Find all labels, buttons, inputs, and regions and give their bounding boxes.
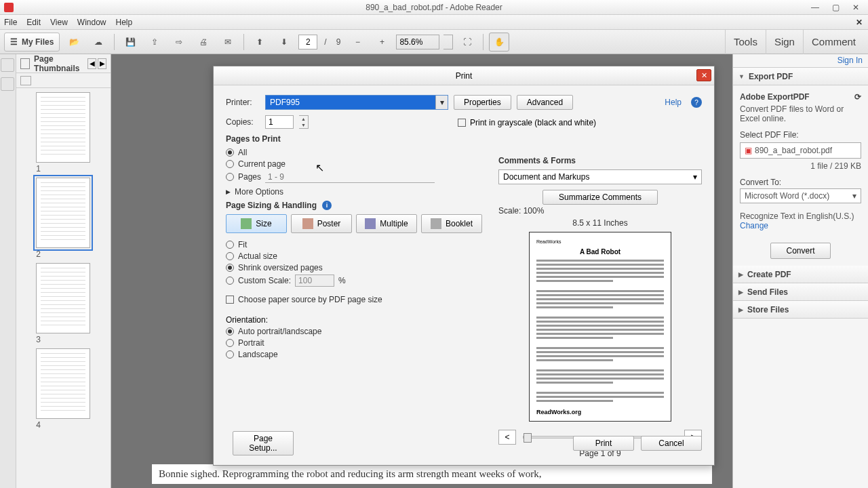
paper-dimensions: 8.5 x 11 Inches [498,218,702,228]
poster-icon [302,218,313,229]
orientation-title: Orientation: [226,315,490,325]
properties-button[interactable]: Properties [454,95,511,110]
booklet-button[interactable]: Booklet [421,214,482,233]
radio-landscape-label: Landscape [238,350,278,359]
btn-label: Multiple [380,219,408,228]
page-setup-button[interactable]: Page Setup... [233,431,294,455]
btn-label: Size [256,219,271,228]
multiple-button[interactable]: Multiple [356,214,417,233]
radio-portrait[interactable] [226,339,234,347]
radio-shrink-label: Shrink oversized pages [238,263,323,272]
radio-landscape[interactable] [226,350,234,359]
printer-label: Printer: [226,98,260,107]
choose-paper-label: Choose paper source by PDF page size [238,295,382,304]
radio-actual-size[interactable] [226,252,234,260]
radio-actual-label: Actual size [238,251,277,261]
help-icon[interactable]: ? [691,97,702,108]
mouse-cursor: ↖ [315,161,324,174]
multiple-icon [365,218,376,229]
cancel-button[interactable]: Cancel [641,436,702,451]
comments-forms-title: Comments & Forms [498,156,702,165]
radio-all[interactable] [226,148,234,157]
comments-forms-dropdown[interactable]: Document and Markups▾ [498,169,702,184]
radio-portrait-label: Portrait [238,338,264,348]
copies-label: Copies: [226,117,260,127]
print-preview: ReadWorks A Bad Robot ReadWorks.org [529,232,671,422]
grayscale-label: Print in grayscale (black and white) [470,118,596,127]
sizing-section-title: Page Sizing & Handling [226,201,317,210]
btn-label: Booklet [446,219,473,228]
more-options-toggle[interactable]: ▶More Options [226,187,490,197]
radio-auto-orientation[interactable] [226,327,234,336]
size-icon [241,218,252,229]
radio-fit-label: Fit [238,240,247,249]
radio-auto-label: Auto portrait/landscape [238,327,321,336]
advanced-button[interactable]: Advanced [517,95,573,110]
printer-dropdown[interactable]: PDF995 ▾ [265,95,448,110]
summarize-comments-button[interactable]: Summarize Comments [542,190,658,205]
more-options-label: More Options [235,187,283,197]
dialog-title: Print [456,71,473,81]
dialog-titlebar: Print ✕ [214,66,714,85]
preview-title: A Bad Robot [536,248,664,256]
radio-all-label: All [238,148,247,157]
chevron-down-icon: ▾ [693,172,697,182]
btn-label: Poster [317,219,341,228]
custom-scale-input[interactable] [295,274,334,287]
booklet-icon [431,218,441,229]
chevron-right-icon: ▶ [226,188,231,195]
copies-input[interactable] [265,115,294,129]
percent-label: % [338,276,346,285]
printer-value: PDF995 [270,98,300,107]
radio-custom-label: Custom Scale: [238,276,291,285]
pages-section-title: Pages to Print [226,134,490,144]
grayscale-checkbox[interactable] [458,119,466,127]
print-button[interactable]: Print [573,436,634,451]
radio-custom-scale[interactable] [226,277,234,285]
info-icon[interactable]: i [322,201,332,210]
radio-current-label: Current page [238,159,285,169]
poster-button[interactable]: Poster [291,214,352,233]
radio-pages[interactable] [226,173,234,181]
print-dialog: Print ✕ Printer: PDF995 ▾ Properties Adv… [213,66,715,466]
preview-brand: ReadWorks.org [536,409,664,415]
size-button[interactable]: Size [226,214,287,233]
pages-range-input[interactable] [265,171,435,183]
dialog-close-button[interactable]: ✕ [696,69,711,81]
scale-label: Scale: 100% [498,206,702,216]
choose-paper-checkbox[interactable] [226,296,234,304]
copies-spinner[interactable]: ▲▼ [299,115,309,129]
cf-value: Document and Markups [503,172,589,182]
chevron-down-icon: ▾ [435,96,448,109]
radio-fit[interactable] [226,241,234,249]
radio-current-page[interactable] [226,160,234,168]
radio-pages-label: Pages [238,172,261,182]
help-link[interactable]: Help [665,98,682,107]
radio-shrink[interactable] [226,264,234,272]
